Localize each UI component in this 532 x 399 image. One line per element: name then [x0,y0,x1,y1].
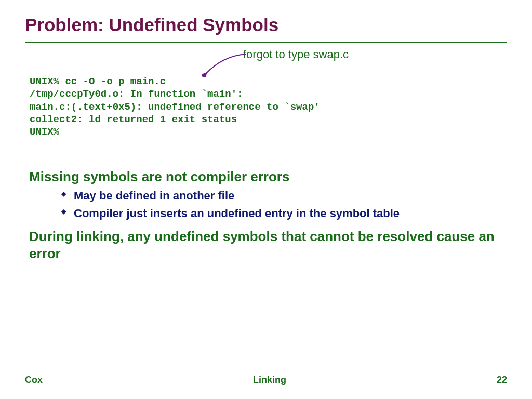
code-box: UNIX% cc -O -o p main.c /tmp/cccpTy0d.o:… [25,72,507,143]
paragraph: During linking, any undefined symbols th… [29,228,507,262]
paragraph: Missing symbols are not compiler errors [29,168,507,185]
body-content: Missing symbols are not compiler errors … [25,168,507,262]
footer: Cox Linking 22 [25,375,507,385]
footer-center: Linking [253,375,286,385]
code-line: UNIX% [30,126,59,138]
slide-title: Problem: Undefined Symbols [25,15,507,35]
code-line: collect2: ld returned 1 exit status [30,114,237,125]
slide: Problem: Undefined Symbols forgot to typ… [0,0,532,399]
code-line: UNIX% cc -O -o p main.c [30,76,166,87]
footer-right: 22 [497,375,507,385]
footer-left: Cox [25,375,43,385]
bullet-list: May be defined in another file Compiler … [61,188,507,221]
annotation-region: forgot to type swap.c [25,48,507,69]
annotation-text: forgot to type swap.c [243,48,349,61]
title-rule [25,42,507,43]
code-line: /tmp/cccpTy0d.o: In function `main': [30,88,243,100]
code-line: main.c:(.text+0x5): undefined reference … [30,101,320,113]
list-item: Compiler just inserts an undefined entry… [61,206,507,221]
list-item: May be defined in another file [61,188,507,204]
